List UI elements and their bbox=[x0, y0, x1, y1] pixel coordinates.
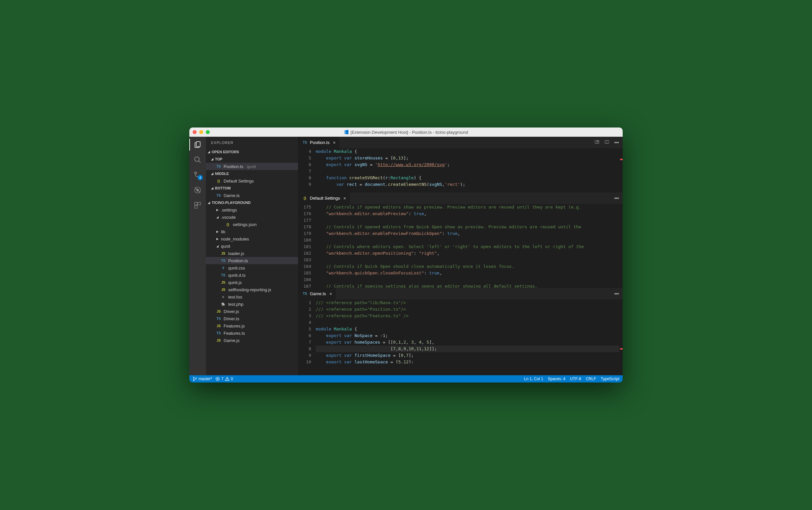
code-area[interactable]: 456789module Mankala { export var storeH… bbox=[298, 148, 623, 192]
code-line[interactable]: export var firstHomeSpace = [0,7]; bbox=[316, 352, 620, 359]
status-eol[interactable]: CRLF bbox=[586, 376, 596, 381]
file-type-icon: {} bbox=[302, 196, 308, 200]
code-lines[interactable]: /// <reference path="lib/Base.ts"/>/// <… bbox=[316, 300, 620, 363]
status-cursor[interactable]: Ln 1, Col 1 bbox=[524, 376, 543, 381]
code-line[interactable]: "workbench.editor.enablePreviewFromQuick… bbox=[316, 230, 620, 237]
file-item[interactable]: JSloader.js bbox=[206, 250, 298, 257]
file-item[interactable]: TSPosition.ts bbox=[206, 257, 298, 264]
file-item[interactable]: JSqunit.js bbox=[206, 279, 298, 286]
open-editor-item[interactable]: TSGame.ts bbox=[206, 192, 298, 199]
status-indent[interactable]: Spaces: 4 bbox=[548, 376, 565, 381]
file-type-icon: JS bbox=[216, 310, 221, 313]
code-area[interactable]: 12345678910/// <reference path="lib/Base… bbox=[298, 300, 623, 363]
split-editor-icon[interactable] bbox=[604, 139, 609, 146]
code-lines[interactable]: // Controls if opened editors show as pr… bbox=[316, 204, 620, 288]
debug-activity[interactable] bbox=[193, 186, 202, 195]
status-problems[interactable]: 7 0 bbox=[215, 376, 233, 381]
file-item[interactable]: JSselfhosting-reporting.js bbox=[206, 286, 298, 293]
file-item[interactable]: TSFeatures.ts bbox=[206, 330, 298, 337]
minimap[interactable] bbox=[620, 148, 623, 192]
close-tab-icon[interactable]: × bbox=[343, 196, 346, 201]
code-line[interactable]: var rect = document.createElementNS(svgN… bbox=[316, 181, 620, 188]
file-item[interactable]: 🐘test.php bbox=[206, 301, 298, 308]
code-line[interactable]: export var NoSpace = -1; bbox=[316, 333, 620, 339]
source-control-activity[interactable]: 4 bbox=[193, 170, 202, 179]
code-line[interactable] bbox=[316, 237, 620, 244]
code-line[interactable]: "workbench.quickOpen.closeOnFocusLost": … bbox=[316, 270, 620, 276]
minimap[interactable] bbox=[620, 204, 623, 288]
code-line[interactable]: "workbench.editor.enablePreview": true, bbox=[316, 210, 620, 217]
file-item[interactable]: TSqunit.d.ts bbox=[206, 272, 298, 279]
close-tab-icon[interactable]: × bbox=[333, 140, 335, 145]
tab-row: {}Default Settings×••• bbox=[298, 192, 623, 204]
code-line[interactable]: export var storeHouses = [6,13]; bbox=[316, 155, 620, 162]
code-line[interactable]: [7,8,9,10,11,12]]; bbox=[316, 346, 620, 352]
file-item[interactable]: JSFeatures.js bbox=[206, 322, 298, 330]
code-line[interactable] bbox=[316, 276, 620, 283]
editor-tab[interactable]: TSPosition.ts× bbox=[298, 137, 340, 148]
file-name: settings.json bbox=[233, 222, 257, 227]
code-line[interactable] bbox=[316, 257, 620, 263]
folder-item[interactable]: ◢qunit bbox=[206, 243, 298, 250]
folder-item[interactable]: ◢.vscode bbox=[206, 214, 298, 221]
search-activity[interactable] bbox=[193, 155, 202, 164]
chevron-down-icon: ◢ bbox=[210, 158, 214, 161]
code-line[interactable]: // Controls where editors open. Select '… bbox=[316, 244, 620, 250]
git-badge: 4 bbox=[198, 175, 203, 180]
status-branch[interactable]: master* bbox=[192, 376, 212, 381]
code-line[interactable]: export var svgNS = 'http://www.w3.org/20… bbox=[316, 162, 620, 168]
code-area[interactable]: 175176177178179180181182183184185186187 … bbox=[298, 204, 623, 288]
code-line[interactable]: /// <reference path="lib/Base.ts"/> bbox=[316, 300, 620, 306]
error-marker-icon[interactable] bbox=[620, 159, 623, 160]
code-line[interactable]: export var homeSpaces = [[0,1,2, 3, 4, 5… bbox=[316, 339, 620, 346]
code-line[interactable]: function createSVGRect(r:Rectangle) { bbox=[316, 175, 620, 181]
code-line[interactable]: // Controls if opened editors show as pr… bbox=[316, 204, 620, 210]
code-line[interactable]: /// <reference path="Features.ts" /> bbox=[316, 313, 620, 319]
folder-item[interactable]: ▶lib bbox=[206, 228, 298, 235]
minimap[interactable] bbox=[620, 300, 623, 363]
code-line[interactable]: // Controls if Quick Open should close a… bbox=[316, 263, 620, 270]
workspace-header[interactable]: ◢ TICINO-PLAYGROUND bbox=[206, 199, 298, 206]
editor-tab[interactable]: {}Default Settings× bbox=[298, 192, 350, 204]
folder-name: lib bbox=[221, 229, 225, 234]
code-line[interactable] bbox=[316, 217, 620, 224]
file-item[interactable]: TSDriver.ts bbox=[206, 315, 298, 322]
file-item[interactable]: {}settings.json bbox=[206, 221, 298, 228]
open-editors-group-header[interactable]: ◢BOTTOM bbox=[206, 185, 298, 192]
extensions-activity[interactable] bbox=[193, 201, 202, 210]
folder-item[interactable]: ▶node_modules bbox=[206, 235, 298, 243]
open-editors-header[interactable]: ◢ OPEN EDITORS bbox=[206, 148, 298, 155]
maximize-window-button[interactable] bbox=[206, 130, 210, 134]
more-actions-icon[interactable]: ••• bbox=[614, 195, 619, 201]
code-line[interactable]: module Mankala { bbox=[316, 148, 620, 155]
code-line[interactable]: "workbench.editor.openPositioning": "rig… bbox=[316, 250, 620, 257]
code-line[interactable]: // Controls if opened editors from Quick… bbox=[316, 224, 620, 230]
status-encoding[interactable]: UTF-8 bbox=[570, 376, 581, 381]
explorer-activity[interactable] bbox=[193, 140, 202, 149]
open-editors-group-header[interactable]: ◢MIDDLE bbox=[206, 170, 298, 177]
open-editors-group-header[interactable]: ◢TOP bbox=[206, 155, 298, 163]
file-item[interactable]: JSDriver.js bbox=[206, 308, 298, 315]
error-marker-icon[interactable] bbox=[620, 348, 623, 349]
open-editor-item[interactable]: {}Default Settings bbox=[206, 177, 298, 185]
file-item[interactable]: ≡test.foo bbox=[206, 293, 298, 301]
code-line[interactable] bbox=[316, 168, 620, 175]
code-line[interactable] bbox=[316, 319, 620, 326]
file-item[interactable]: #qunit.css bbox=[206, 264, 298, 272]
code-line[interactable]: module Mankala { bbox=[316, 326, 620, 333]
more-actions-icon[interactable]: ••• bbox=[614, 291, 619, 297]
show-changes-icon[interactable] bbox=[594, 139, 600, 146]
close-tab-icon[interactable]: × bbox=[329, 291, 332, 296]
folder-item[interactable]: ▶.settings bbox=[206, 206, 298, 214]
editor-tab[interactable]: TSGame.ts× bbox=[298, 288, 336, 300]
more-actions-icon[interactable]: ••• bbox=[614, 140, 619, 146]
code-line[interactable]: /// <reference path="Position.ts"/> bbox=[316, 306, 620, 313]
close-window-button[interactable] bbox=[192, 130, 197, 134]
status-language[interactable]: TypeScript bbox=[601, 376, 620, 381]
minimize-window-button[interactable] bbox=[199, 130, 203, 134]
code-line[interactable]: // Controls if opening settings also ope… bbox=[316, 283, 620, 288]
file-item[interactable]: JSGame.js bbox=[206, 337, 298, 344]
code-line[interactable]: export var lastHomeSpace = [5,12]; bbox=[316, 359, 620, 363]
open-editor-item[interactable]: TSPosition.tsqunit bbox=[206, 163, 298, 170]
code-lines[interactable]: module Mankala { export var storeHouses … bbox=[316, 148, 620, 192]
